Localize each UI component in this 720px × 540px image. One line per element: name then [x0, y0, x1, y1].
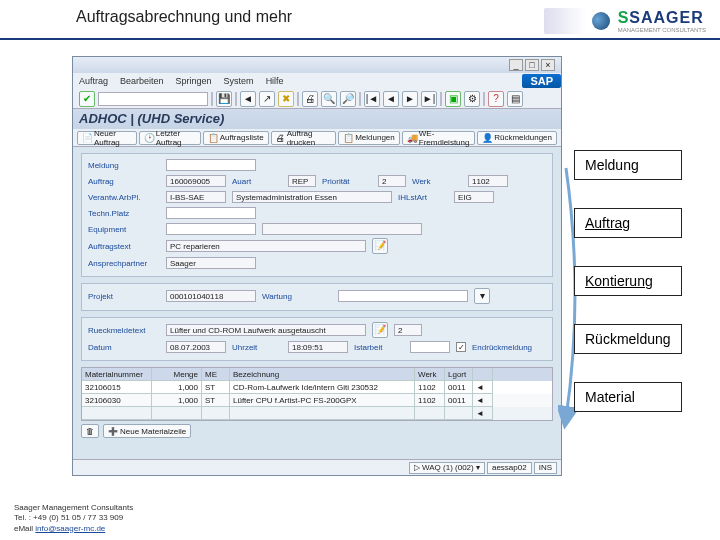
order-input[interactable]: 160069005 — [166, 175, 226, 187]
responsible-code-input[interactable]: I-BS-SAE — [166, 191, 226, 203]
order-type-label: Auart — [232, 177, 282, 186]
notification-label: Meldung — [88, 161, 160, 170]
last-order-button[interactable]: 🕑Letzter Auftrag — [139, 131, 201, 145]
project-input[interactable]: 000101040118 — [166, 290, 256, 302]
last-page-icon[interactable]: ►| — [421, 91, 437, 107]
confirmation-group: Rueckmeldetext Lüfter und CD-ROM Laufwer… — [81, 317, 553, 361]
person-icon: 👤 — [482, 133, 492, 143]
clipboard-icon: 📋 — [343, 133, 353, 143]
overlay-meldung: Meldung — [574, 150, 682, 180]
command-field[interactable] — [98, 92, 208, 106]
funcloc-label: Techn.Platz — [88, 209, 160, 218]
responsible-label: Verantw.ArbPl. — [88, 193, 160, 202]
overlay-rueckmeldung: Rückmeldung — [574, 324, 682, 354]
enter-icon[interactable]: ✔ — [79, 91, 95, 107]
delete-row-button[interactable]: 🗑 — [81, 424, 99, 438]
order-text-input[interactable]: PC reparieren — [166, 240, 366, 252]
contact-input[interactable]: Saager — [166, 257, 256, 269]
window-titlebar: _ □ × — [73, 57, 561, 73]
responsible-text-input: Systemadministration Essen — [232, 191, 392, 203]
order-list-button[interactable]: 📋Auftragsliste — [203, 131, 269, 145]
col-qty[interactable]: Menge — [152, 368, 202, 381]
close-button[interactable]: × — [541, 59, 555, 71]
maintenance-label: Wartung — [262, 292, 332, 301]
menu-hilfe[interactable]: Hilfe — [266, 76, 284, 86]
layout-icon[interactable]: ▤ — [507, 91, 523, 107]
funcloc-input[interactable] — [166, 207, 256, 219]
sap-logo: SAP — [522, 74, 561, 88]
external-service-button[interactable]: 🚚WE-Fremdleistung — [402, 131, 475, 145]
project-group: Projekt 000101040118 Wartung ▾ — [81, 283, 553, 311]
col-uom[interactable]: ME — [202, 368, 230, 381]
prev-page-icon[interactable]: ◄ — [383, 91, 399, 107]
conf-text-input[interactable]: Lüfter und CD-ROM Laufwerk ausgetauscht — [166, 324, 366, 336]
maximize-button[interactable]: □ — [525, 59, 539, 71]
status-mode: INS — [534, 462, 557, 474]
status-bar: ▷ WAQ (1) (002) ▾ aessap02 INS — [73, 459, 561, 475]
header-divider — [0, 38, 720, 40]
menu-bar: Auftrag Bearbeiten Springen System Hilfe… — [73, 73, 561, 89]
ihlstart-input[interactable]: EIG — [454, 191, 494, 203]
print-icon[interactable]: 🖨 — [302, 91, 318, 107]
col-desc[interactable]: Bezeichnung — [230, 368, 415, 381]
order-text-label: Auftragstext — [88, 242, 160, 251]
contact-label: Ansprechpartner — [88, 259, 160, 268]
equipment-input[interactable] — [166, 223, 256, 235]
priority-label: Priorität — [322, 177, 372, 186]
date-label: Datum — [88, 343, 160, 352]
status-conn[interactable]: ▷ WAQ (1) (002) ▾ — [409, 462, 485, 474]
dropdown-icon[interactable]: ▾ — [474, 288, 490, 304]
order-type-input[interactable]: REP — [288, 175, 316, 187]
minimize-button[interactable]: _ — [509, 59, 523, 71]
maintenance-input[interactable] — [338, 290, 468, 302]
table-row[interactable]: 32106030 1,000 ST Lüfter CPU f.Artist-PC… — [82, 394, 552, 407]
longtext-icon[interactable]: 📝 — [372, 238, 388, 254]
actual-work-input[interactable] — [410, 341, 450, 353]
cancel-icon[interactable]: ✖ — [278, 91, 294, 107]
trash-icon: 🗑 — [86, 427, 94, 436]
create-session-icon[interactable]: ▣ — [445, 91, 461, 107]
menu-auftrag[interactable]: Auftrag — [79, 76, 108, 86]
new-order-button[interactable]: 📄Neuer Auftrag — [77, 131, 137, 145]
menu-system[interactable]: System — [224, 76, 254, 86]
notifications-button[interactable]: 📋Meldungen — [338, 131, 400, 145]
footer-email-link[interactable]: info@saager-mc.de — [35, 524, 105, 533]
confirmations-button[interactable]: 👤Rückmeldungen — [477, 131, 557, 145]
final-conf-checkbox[interactable]: ✓ — [456, 342, 466, 352]
menu-springen[interactable]: Springen — [176, 76, 212, 86]
back-icon[interactable]: ◄ — [240, 91, 256, 107]
next-page-icon[interactable]: ► — [402, 91, 418, 107]
print-icon: 🖨 — [276, 133, 285, 143]
footer-tel: Tel. : +49 (0) 51 05 / 77 33 909 — [14, 513, 133, 523]
col-storage[interactable]: Lgort — [445, 368, 473, 381]
slide-footer: Saager Management Consultants Tel. : +49… — [14, 503, 133, 534]
exit-icon[interactable]: ↗ — [259, 91, 275, 107]
actual-work-label: Istarbeit — [354, 343, 404, 352]
longtext-icon[interactable]: 📝 — [372, 322, 388, 338]
sap-window: _ □ × Auftrag Bearbeiten Springen System… — [72, 56, 562, 476]
shortcut-icon[interactable]: ⚙ — [464, 91, 480, 107]
table-row[interactable]: 32106015 1,000 ST CD-Rom-Laufwerk Ide/in… — [82, 381, 552, 394]
first-page-icon[interactable]: |◄ — [364, 91, 380, 107]
save-icon[interactable]: 💾 — [216, 91, 232, 107]
plant-input[interactable]: 1102 — [468, 175, 508, 187]
order-header-group: Meldung Auftrag 160069005 Auart REP Prio… — [81, 153, 553, 277]
help-icon[interactable]: ? — [488, 91, 504, 107]
list-icon: 📋 — [208, 133, 218, 143]
table-row[interactable]: ◄ ► — [82, 407, 552, 420]
find-next-icon[interactable]: 🔎 — [340, 91, 356, 107]
logo-area: SSAAGER MANAGEMENT CONSULTANTS — [544, 8, 706, 34]
print-order-button[interactable]: 🖨Auftrag drucken — [271, 131, 337, 145]
col-plant[interactable]: Werk — [415, 368, 445, 381]
new-material-button[interactable]: ➕Neue Materialzeile — [103, 424, 191, 438]
menu-bearbeiten[interactable]: Bearbeiten — [120, 76, 164, 86]
material-table: Materialnummer Menge ME Bezeichnung Werk… — [81, 367, 553, 421]
date-input[interactable]: 08.07.2003 — [166, 341, 226, 353]
equipment-desc-input — [262, 223, 422, 235]
find-icon[interactable]: 🔍 — [321, 91, 337, 107]
time-input[interactable]: 18:09:51 — [288, 341, 348, 353]
notification-input[interactable] — [166, 159, 256, 171]
slide-title: Auftragsabrechnung und mehr — [76, 8, 292, 26]
priority-input[interactable]: 2 — [378, 175, 406, 187]
col-material[interactable]: Materialnummer — [82, 368, 152, 381]
